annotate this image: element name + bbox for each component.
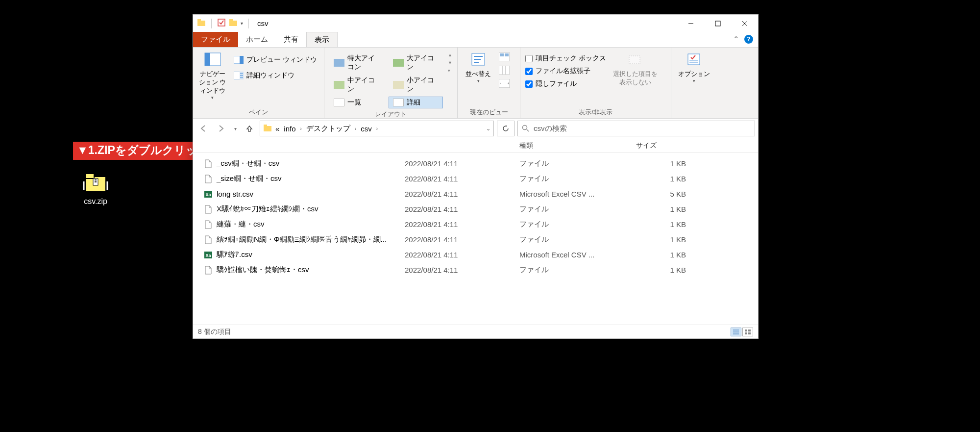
- svg-rect-13: [715, 21, 720, 26]
- svg-rect-51: [745, 330, 747, 331]
- file-date: 2022/08/21 4:11: [405, 235, 513, 244]
- file-type: ファイル: [513, 159, 636, 168]
- view-details-icon[interactable]: [731, 328, 741, 336]
- table-row[interactable]: _size繝・せ繝・csv2022/08/21 4:11ファイル1 KB: [193, 171, 758, 186]
- scroll-down-icon[interactable]: ▼: [448, 60, 452, 65]
- tab-share[interactable]: 共有: [276, 32, 306, 47]
- svg-rect-54: [748, 332, 751, 334]
- group-showhide-label: 表示/非表示: [525, 106, 666, 117]
- preview-pane-label: プレビュー ウィンドウ: [246, 55, 317, 64]
- layout-large[interactable]: 大アイコン: [389, 52, 443, 73]
- file-type: ファイル: [513, 174, 636, 183]
- options-button[interactable]: オプション ▾: [676, 51, 711, 84]
- table-row[interactable]: _csv繝・せ繝・csv2022/08/21 4:11ファイル1 KB: [193, 156, 758, 171]
- back-button[interactable]: [196, 121, 211, 136]
- size-columns-icon[interactable]: [499, 79, 510, 89]
- hide-selected-button[interactable]: 選択した項目を 表示しない: [611, 51, 660, 87]
- nav-pane-button[interactable]: ナビゲーション ウィンドウ ▾: [198, 51, 227, 101]
- file-size: 1 KB: [636, 220, 710, 229]
- file-ext-toggle[interactable]: ファイル名拡張子: [525, 66, 606, 76]
- tab-home[interactable]: ホーム: [238, 32, 276, 47]
- file-size: 5 KB: [636, 190, 710, 198]
- tab-file[interactable]: ファイル: [193, 32, 238, 47]
- col-type[interactable]: 種類: [513, 141, 636, 150]
- svg-rect-37: [688, 54, 700, 65]
- search-placeholder: csvの検索: [534, 124, 567, 133]
- qat-dropdown-icon[interactable]: ▾: [241, 21, 243, 26]
- address-bar[interactable]: « info › デスクトップ › csv › ⌄: [260, 121, 494, 136]
- file-size: 1 KB: [636, 235, 710, 244]
- table-row[interactable]: 繧ｦ繝ｪ繝励Ν繝・Φ繝励Ξ繝ｼ繝医舌う繝ｬ繝昴・繝...2022/08/21 4…: [193, 232, 758, 247]
- tab-view[interactable]: 表示: [306, 32, 338, 47]
- expand-icon[interactable]: ▾: [448, 68, 452, 73]
- file-date: 2022/08/21 4:11: [405, 175, 513, 183]
- address-dropdown-icon[interactable]: ⌄: [486, 126, 490, 132]
- group-by-icon[interactable]: [499, 52, 510, 63]
- divider: [211, 19, 212, 28]
- minimize-button[interactable]: [677, 15, 704, 32]
- svg-rect-52: [748, 330, 751, 331]
- layout-details[interactable]: 詳細: [389, 97, 443, 108]
- hidden-files-toggle[interactable]: 隠しファイル: [525, 79, 606, 89]
- scroll-up-icon[interactable]: ▲: [448, 52, 452, 57]
- desktop-icon-zip[interactable]: csv.zip: [71, 172, 120, 206]
- file-size: 1 KB: [636, 159, 710, 168]
- search-icon: [522, 125, 530, 132]
- table-row[interactable]: 縺薙・縺・csv2022/08/21 4:11ファイル1 KB: [193, 217, 758, 232]
- svg-rect-31: [505, 53, 509, 56]
- svg-rect-30: [500, 53, 504, 56]
- svg-rect-41: [264, 125, 267, 127]
- item-checkboxes-toggle[interactable]: 項目チェック ボックス: [525, 53, 606, 63]
- file-type: ファイル: [513, 265, 636, 275]
- file-list: 名前 更新日時 種類 サイズ _csv繝・せ繝・csv2022/08/21 4:…: [193, 138, 758, 325]
- collapse-ribbon-icon[interactable]: ⌃: [733, 35, 739, 44]
- col-size[interactable]: サイズ: [636, 141, 710, 150]
- svg-text:Xa: Xa: [205, 192, 211, 197]
- refresh-button[interactable]: [497, 121, 514, 136]
- status-bar: 8 個の項目: [193, 325, 758, 338]
- maximize-button[interactable]: [704, 15, 731, 32]
- forward-button[interactable]: [214, 121, 228, 136]
- file-size: 1 KB: [636, 175, 710, 183]
- add-columns-icon[interactable]: [499, 66, 510, 76]
- file-type: Microsoft Excel CSV ...: [513, 251, 636, 259]
- crumb-info[interactable]: info: [283, 125, 296, 133]
- crumb-overflow[interactable]: «: [274, 125, 280, 133]
- table-row[interactable]: X騾ｲ蛻ｶ∝刀雉ｪ繧ｷ繝ｼ繝・csv2022/08/21 4:11ファイル1 K…: [193, 202, 758, 217]
- group-layout-label: レイアウト: [329, 108, 452, 119]
- layout-extra-large[interactable]: 特大アイコン: [329, 52, 384, 73]
- close-button[interactable]: [731, 15, 758, 32]
- qat-folder-icon[interactable]: [197, 18, 206, 28]
- view-thumbnails-icon[interactable]: [742, 328, 753, 336]
- help-icon[interactable]: ?: [744, 35, 753, 44]
- svg-line-43: [527, 129, 529, 131]
- chevron-right-icon[interactable]: ›: [375, 126, 379, 131]
- crumb-csv[interactable]: csv: [360, 125, 373, 133]
- ribbon: ナビゲーション ウィンドウ ▾ プレビュー ウィンドウ 詳細ウィンドウ ペイン: [193, 48, 758, 119]
- details-pane-button[interactable]: 詳細ウィンドウ: [232, 70, 319, 81]
- file-type: Microsoft Excel CSV ...: [513, 190, 636, 198]
- layout-medium[interactable]: 中アイコン: [329, 75, 384, 95]
- layout-list[interactable]: 一覧: [329, 97, 384, 108]
- layout-small[interactable]: 小アイコン: [389, 75, 443, 95]
- table-row[interactable]: Xa騾ｱ蝣ｱ.csv2022/08/21 4:11Microsoft Excel…: [193, 247, 758, 262]
- chevron-right-icon[interactable]: ›: [354, 126, 357, 131]
- preview-pane-button[interactable]: プレビュー ウィンドウ: [232, 54, 319, 65]
- recent-dropdown[interactable]: ▾: [231, 121, 239, 136]
- group-panes-label: ペイン: [198, 106, 319, 117]
- table-row[interactable]: Xalong str.csv2022/08/21 4:11Microsoft E…: [193, 186, 758, 202]
- sort-button[interactable]: 並べ替え ▾: [463, 51, 494, 84]
- qat-properties-icon[interactable]: [217, 18, 226, 28]
- sort-label: 並べ替え: [463, 70, 494, 78]
- svg-rect-1: [85, 174, 94, 178]
- desktop-icon-label: csv.zip: [71, 197, 120, 206]
- crumb-desktop[interactable]: デスクトップ: [305, 124, 351, 133]
- file-name: _csv繝・せ繝・csv: [217, 159, 279, 168]
- chevron-right-icon[interactable]: ›: [299, 126, 303, 131]
- search-input[interactable]: csvの検索: [517, 121, 755, 136]
- item-count: 8 個の項目: [198, 328, 231, 336]
- qat-newfolder-icon[interactable]: [229, 18, 238, 28]
- table-row[interactable]: 驕ｸ諡櫁い隗・焚蜿悔ｪ・csv2022/08/21 4:11ファイル1 KB: [193, 262, 758, 278]
- up-button[interactable]: [242, 121, 257, 136]
- svg-rect-53: [745, 332, 747, 334]
